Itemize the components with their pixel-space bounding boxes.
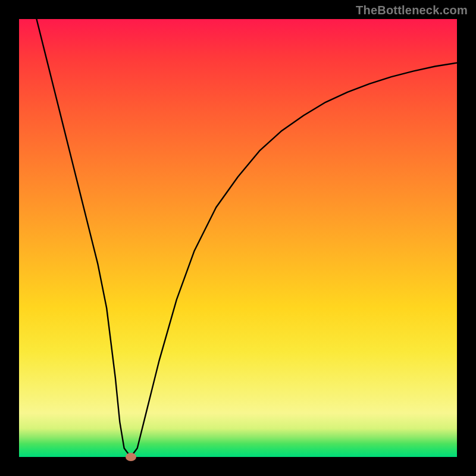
chart-frame: TheBottleneck.com: [0, 0, 476, 476]
optimum-marker: [126, 453, 136, 461]
bottleneck-curve: [19, 19, 457, 457]
watermark-text: TheBottleneck.com: [356, 4, 468, 17]
plot-area: [19, 19, 457, 457]
